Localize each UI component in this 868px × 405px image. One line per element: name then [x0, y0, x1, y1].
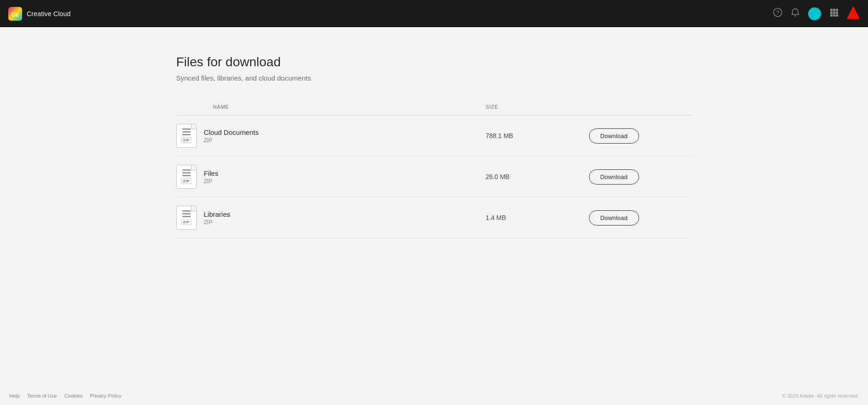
svg-marker-13: [847, 6, 860, 19]
svg-rect-6: [836, 9, 838, 11]
zip-icon: ZIP: [176, 165, 197, 189]
footer-link[interactable]: Help: [9, 393, 20, 399]
page-footer: HelpTerms of UseCookiesPrivacy Policy © …: [0, 387, 868, 405]
svg-rect-8: [833, 12, 835, 14]
svg-rect-12: [836, 14, 838, 17]
zip-label: ZIP: [181, 178, 192, 184]
footer-links: HelpTerms of UseCookiesPrivacy Policy: [9, 393, 122, 399]
download-button[interactable]: Download: [589, 128, 639, 144]
svg-text:Cc: Cc: [12, 11, 19, 18]
file-type: ZIP: [204, 178, 219, 185]
svg-rect-10: [830, 14, 833, 17]
cc-logo-icon[interactable]: Cc: [8, 7, 22, 21]
svg-rect-11: [833, 14, 835, 17]
zip-lines: [182, 128, 191, 135]
zip-icon: ZIP: [176, 206, 197, 230]
file-action-cell: Download: [589, 197, 692, 238]
file-size: 26.0 MB: [486, 173, 510, 180]
table-header: NAME SIZE: [176, 100, 692, 116]
file-name: Cloud Documents: [204, 128, 259, 136]
file-size: 788.1 MB: [486, 132, 513, 139]
file-size: 1.4 MB: [486, 214, 506, 221]
files-table: NAME SIZE ZIP Cloud Documents ZIP: [176, 100, 692, 238]
file-name-cell: ZIP Files ZIP: [176, 156, 486, 197]
file-info: Cloud Documents ZIP: [204, 128, 259, 144]
file-info: Files ZIP: [204, 169, 219, 185]
footer-link[interactable]: Privacy Policy: [90, 393, 121, 399]
download-button[interactable]: Download: [589, 210, 639, 226]
footer-copyright: © 2023 Adobe. All rights reserved.: [782, 393, 859, 399]
file-size-cell: 788.1 MB: [486, 116, 589, 156]
bell-icon[interactable]: [791, 8, 800, 19]
avatar[interactable]: [808, 7, 821, 20]
help-icon[interactable]: ?: [773, 8, 782, 19]
file-type: ZIP: [204, 137, 259, 144]
zip-line: [182, 169, 191, 171]
file-action-cell: Download: [589, 156, 692, 197]
svg-text:?: ?: [776, 10, 780, 16]
table-row: ZIP Files ZIP 26.0 MBDownload: [176, 156, 692, 197]
file-name-cell: ZIP Cloud Documents ZIP: [176, 116, 486, 156]
zip-line: [182, 210, 191, 212]
header-left: Cc Creative Cloud: [8, 7, 70, 21]
zip-icon: ZIP: [176, 124, 197, 148]
footer-link[interactable]: Terms of Use: [27, 393, 57, 399]
zip-line: [182, 128, 191, 130]
page-title: Files for download: [176, 55, 692, 69]
svg-rect-5: [833, 9, 835, 11]
zip-line: [182, 216, 191, 217]
zip-line: [182, 175, 191, 176]
svg-rect-4: [830, 9, 833, 11]
file-info: Libraries ZIP: [204, 210, 231, 226]
file-cell: ZIP Libraries ZIP: [176, 206, 486, 230]
download-button[interactable]: Download: [589, 169, 639, 185]
table-body: ZIP Cloud Documents ZIP 788.1 MBDownload…: [176, 116, 692, 238]
file-size-cell: 26.0 MB: [486, 156, 589, 197]
file-cell: ZIP Files ZIP: [176, 165, 486, 189]
file-action-cell: Download: [589, 116, 692, 156]
adobe-logo-icon[interactable]: [847, 6, 860, 22]
page-subtitle: Synced files, libraries, and cloud docum…: [176, 74, 692, 82]
col-name-header: NAME: [176, 100, 486, 116]
file-name: Files: [204, 169, 219, 177]
zip-lines: [182, 210, 191, 217]
file-type: ZIP: [204, 219, 231, 226]
zip-line: [182, 172, 191, 174]
header-right: ?: [773, 6, 860, 22]
table-row: ZIP Libraries ZIP 1.4 MBDownload: [176, 197, 692, 238]
zip-line: [182, 131, 191, 133]
zip-line: [182, 134, 191, 135]
file-size-cell: 1.4 MB: [486, 197, 589, 238]
header-title: Creative Cloud: [27, 10, 70, 17]
zip-lines: [182, 169, 191, 176]
svg-rect-9: [836, 12, 838, 14]
svg-rect-7: [830, 12, 833, 14]
file-cell: ZIP Cloud Documents ZIP: [176, 124, 486, 148]
col-size-header: SIZE: [486, 100, 589, 116]
zip-label: ZIP: [181, 137, 192, 143]
grid-icon[interactable]: [829, 8, 839, 19]
file-name: Libraries: [204, 210, 231, 218]
table-row: ZIP Cloud Documents ZIP 788.1 MBDownload: [176, 116, 692, 156]
footer-link[interactable]: Cookies: [64, 393, 82, 399]
main-content: Files for download Synced files, librari…: [158, 27, 711, 257]
app-header: Cc Creative Cloud ?: [0, 0, 868, 27]
file-name-cell: ZIP Libraries ZIP: [176, 197, 486, 238]
zip-label: ZIP: [181, 219, 192, 225]
col-action-header: [589, 100, 692, 116]
zip-line: [182, 213, 191, 214]
